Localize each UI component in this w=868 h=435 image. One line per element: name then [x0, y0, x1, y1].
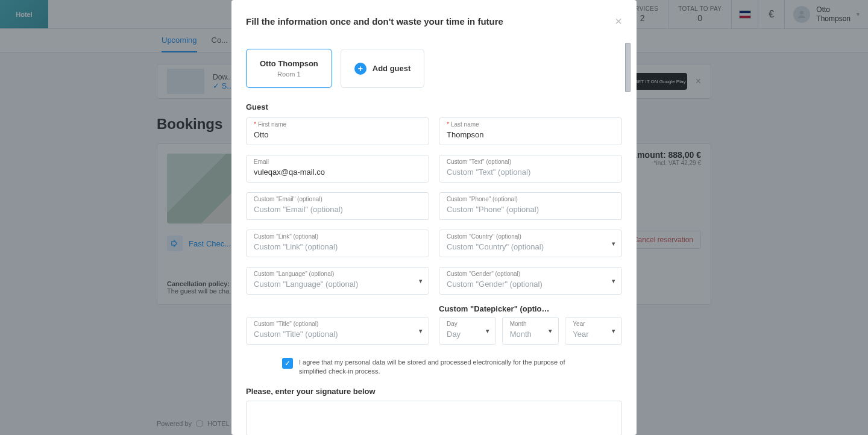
day-field[interactable]: Day [439, 317, 496, 345]
datepicker-section: Custom "Datepicker" (optio… Day Month Ye… [439, 304, 622, 345]
last-name-field[interactable]: *Last name [439, 117, 622, 145]
add-guest-button[interactable]: + Add guest [341, 49, 425, 88]
signature-pad[interactable] [246, 401, 622, 435]
guest-tab-1[interactable]: Otto Thompson Room 1 [246, 49, 332, 88]
consent-row: ✓ I agree that my personal data will be … [246, 358, 622, 376]
year-field[interactable]: Year [565, 317, 622, 345]
first-name-input[interactable] [254, 130, 421, 139]
custom-link-field[interactable]: Custom "Link" (optional) [246, 230, 429, 257]
last-name-input[interactable] [447, 130, 614, 139]
custom-text-field[interactable]: Custom "Text" (optional) [439, 155, 622, 183]
plus-icon: + [354, 63, 366, 75]
custom-phone-input[interactable] [447, 205, 614, 214]
modal-body: Otto Thompson Room 1 + Add guest Guest *… [231, 38, 637, 435]
custom-title-select[interactable] [254, 330, 421, 339]
scrollbar[interactable] [625, 43, 631, 92]
modal-header: Fill the information once and don't wast… [231, 0, 637, 38]
modal-title: Fill the information once and don't wast… [246, 16, 503, 27]
year-select[interactable] [573, 330, 614, 339]
guest-info-modal: Fill the information once and don't wast… [231, 0, 637, 435]
section-guest-label: Guest [246, 102, 622, 111]
close-icon[interactable]: × [615, 14, 622, 28]
guest-form: *First name *Last name Email Custom "Tex… [246, 117, 622, 345]
datepicker-label: Custom "Datepicker" (optio… [439, 304, 622, 313]
custom-email-field[interactable]: Custom "Email" (optional) [246, 192, 429, 220]
first-name-field[interactable]: *First name [246, 117, 429, 145]
custom-country-select[interactable] [447, 242, 614, 251]
guest-tab-room: Room 1 [260, 70, 318, 78]
guest-tabs: Otto Thompson Room 1 + Add guest [246, 49, 622, 88]
custom-email-input[interactable] [254, 205, 421, 214]
custom-language-field[interactable]: Custom "Language" (optional) [246, 267, 429, 295]
custom-phone-field[interactable]: Custom "Phone" (optional) [439, 192, 622, 220]
modal-overlay[interactable]: Fill the information once and don't wast… [0, 0, 868, 435]
email-field[interactable]: Email [246, 155, 429, 183]
custom-gender-field[interactable]: Custom "Gender" (optional) [439, 267, 622, 295]
month-select[interactable] [510, 330, 552, 339]
custom-country-field[interactable]: Custom "Country" (optional) [439, 230, 622, 257]
day-select[interactable] [447, 330, 488, 339]
guest-tab-name: Otto Thompson [260, 59, 318, 68]
custom-link-input[interactable] [254, 242, 421, 251]
custom-language-select[interactable] [254, 280, 421, 289]
add-guest-label: Add guest [373, 64, 411, 73]
consent-checkbox[interactable]: ✓ [282, 358, 293, 369]
signature-label: Please, enter your signature below [246, 387, 622, 396]
custom-text-input[interactable] [447, 167, 614, 177]
custom-title-field[interactable]: Custom "Title" (optional) [246, 317, 429, 345]
month-field[interactable]: Month [502, 317, 559, 345]
consent-text: I agree that my personal data will be st… [299, 358, 586, 376]
email-input[interactable] [254, 167, 421, 177]
custom-gender-select[interactable] [447, 280, 614, 289]
